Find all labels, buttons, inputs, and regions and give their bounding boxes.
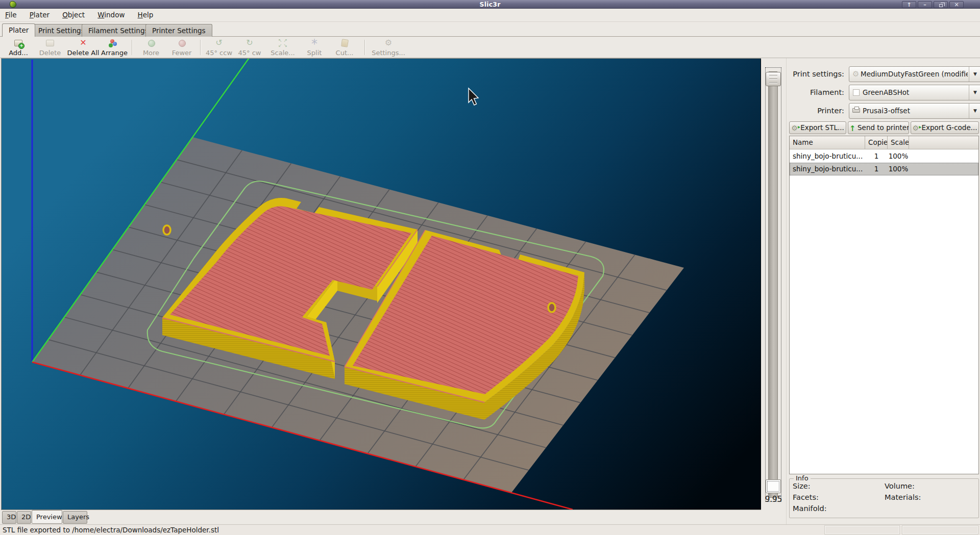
more-button[interactable]: More bbox=[139, 38, 163, 57]
print-settings-row: Print settings: ⚙ MediumDutyFastGreen (m… bbox=[789, 66, 978, 82]
rotate-ccw-button[interactable]: 45° ccw bbox=[205, 38, 233, 57]
view-tab-preview[interactable]: Preview bbox=[32, 510, 62, 524]
status-bar: STL file exported to /home/electra/Downl… bbox=[0, 524, 980, 535]
green-sphere-icon bbox=[145, 38, 157, 48]
chevron-down-icon: ▼ bbox=[969, 104, 980, 118]
maximize-button[interactable] bbox=[934, 1, 948, 8]
send-to-printer-button[interactable]: Send to printer bbox=[848, 121, 909, 134]
view-tab-3d[interactable]: 3D bbox=[2, 511, 16, 524]
export-icon bbox=[912, 124, 920, 131]
info-box: Info Size: Volume: Facets: Materials: Ma… bbox=[789, 478, 979, 518]
filament-color-swatch-icon bbox=[853, 89, 860, 96]
status-message: STL file exported to /home/electra/Downl… bbox=[3, 526, 219, 534]
right-panel: Print settings: ⚙ MediumDutyFastGreen (m… bbox=[786, 58, 980, 524]
info-manifold-label: Manifold: bbox=[793, 504, 827, 513]
printer-icon bbox=[852, 108, 860, 113]
arrange-cubes-icon bbox=[109, 38, 120, 48]
column-header-filler bbox=[909, 136, 978, 149]
info-materials-label: Materials: bbox=[885, 493, 921, 501]
layer-z-value: 9.95 bbox=[761, 495, 786, 504]
info-legend: Info bbox=[794, 474, 811, 482]
toolbar-separator bbox=[132, 40, 133, 55]
gear-icon bbox=[383, 38, 394, 48]
layer-slider-track[interactable] bbox=[768, 71, 778, 498]
add-box-icon bbox=[13, 38, 24, 48]
layer-slider-top-handle[interactable] bbox=[766, 72, 781, 86]
view-tab-layers[interactable]: Layers bbox=[63, 511, 87, 524]
title-bar: Slic3r ↑ – ✕ bbox=[0, 0, 980, 9]
object-row-2[interactable]: shiny_bojo-bruticu... 1 100% bbox=[790, 163, 978, 175]
toolbar-separator bbox=[200, 40, 201, 55]
object-right-pin-hole bbox=[548, 303, 555, 312]
add-button[interactable]: Add... bbox=[6, 38, 31, 57]
tab-plater[interactable]: Plater bbox=[2, 23, 35, 37]
menu-help[interactable]: Help bbox=[133, 9, 159, 19]
rotate-cw-icon bbox=[244, 38, 255, 48]
maximize-icon bbox=[939, 4, 943, 7]
column-header-copies[interactable]: Copies bbox=[865, 136, 888, 149]
info-facets-label: Facets: bbox=[793, 493, 819, 501]
split-button[interactable]: Split bbox=[303, 38, 326, 57]
plater-toolbar: Add... Delete Delete All Arrange More Fe… bbox=[0, 37, 980, 58]
object-left-pin-hole bbox=[163, 225, 170, 235]
column-header-name[interactable]: Name bbox=[790, 136, 865, 149]
scale-button[interactable]: Scale... bbox=[268, 38, 297, 57]
filament-row: Filament: GreenABSHot ▼ bbox=[789, 85, 978, 100]
rotate-cw-button[interactable]: 45° cw bbox=[237, 38, 262, 57]
object-list: Name Copies Scale shiny_bojo-bruticu... … bbox=[789, 136, 979, 474]
status-pane bbox=[902, 525, 978, 534]
settings-button[interactable]: Settings... bbox=[371, 38, 406, 57]
export-icon bbox=[791, 124, 799, 131]
menu-object[interactable]: Object bbox=[57, 9, 90, 19]
menu-file[interactable]: File bbox=[0, 9, 22, 19]
delete-button[interactable]: Delete bbox=[37, 38, 63, 57]
minimize-button[interactable]: – bbox=[918, 1, 932, 8]
cut-box-icon bbox=[339, 38, 350, 48]
arrange-button[interactable]: Arrange bbox=[101, 38, 128, 57]
chevron-down-icon: ▼ bbox=[969, 85, 980, 100]
cut-button[interactable]: Cut... bbox=[332, 38, 357, 57]
status-pane bbox=[824, 525, 900, 534]
main-tab-row: Plater Print Settings Filament Settings … bbox=[0, 22, 980, 37]
menu-window[interactable]: Window bbox=[92, 9, 130, 19]
delete-box-icon bbox=[44, 38, 56, 48]
toolbar-separator bbox=[364, 40, 365, 55]
preview-3d-viewport[interactable] bbox=[1, 58, 761, 510]
red-sphere-icon bbox=[176, 38, 187, 48]
print-settings-select[interactable]: ⚙ MediumDutyFastGreen (modified) ▼ bbox=[849, 66, 980, 82]
info-size-label: Size: bbox=[793, 482, 811, 490]
red-x-icon bbox=[78, 38, 89, 48]
layer-slider-bottom-handle[interactable] bbox=[766, 479, 781, 493]
tab-filament-settings[interactable]: Filament Settings bbox=[82, 24, 155, 37]
tab-printer-settings[interactable]: Printer Settings bbox=[145, 24, 212, 37]
printer-row: Printer: Prusai3-offset ▼ bbox=[789, 103, 978, 119]
column-header-scale[interactable]: Scale bbox=[888, 136, 909, 149]
filament-select[interactable]: GreenABSHot ▼ bbox=[849, 85, 980, 100]
layer-slider-column: 9.95 bbox=[761, 58, 786, 524]
view-mode-tabs: 3D 2D Preview Layers bbox=[1, 510, 761, 524]
shade-window-button[interactable]: ↑ bbox=[902, 1, 916, 8]
chevron-down-icon: ▼ bbox=[969, 67, 980, 82]
filament-label: Filament: bbox=[789, 85, 844, 100]
info-volume-label: Volume: bbox=[885, 482, 915, 490]
fewer-button[interactable]: Fewer bbox=[168, 38, 195, 57]
menu-plater[interactable]: Plater bbox=[24, 9, 55, 19]
export-gcode-button[interactable]: Export G-code... bbox=[911, 121, 979, 134]
object-row-1[interactable]: shiny_bojo-bruticu... 1 100% bbox=[790, 150, 978, 163]
window-title: Slic3r bbox=[0, 1, 980, 8]
gear-icon: ⚙ bbox=[852, 69, 859, 79]
rotate-ccw-icon bbox=[213, 38, 225, 48]
upload-arrow-icon bbox=[848, 124, 856, 131]
printer-select[interactable]: Prusai3-offset ▼ bbox=[849, 103, 980, 119]
export-stl-button[interactable]: Export STL... bbox=[789, 121, 846, 134]
close-button[interactable]: ✕ bbox=[949, 1, 964, 8]
split-star-icon bbox=[309, 38, 320, 48]
print-settings-label: Print settings: bbox=[789, 66, 844, 82]
menu-bar: File Plater Object Window Help bbox=[0, 9, 980, 22]
view-tab-2d[interactable]: 2D bbox=[17, 511, 31, 524]
delete-all-button[interactable]: Delete All bbox=[66, 38, 100, 57]
scale-arrows-icon bbox=[277, 38, 288, 48]
printer-label: Printer: bbox=[789, 103, 844, 119]
